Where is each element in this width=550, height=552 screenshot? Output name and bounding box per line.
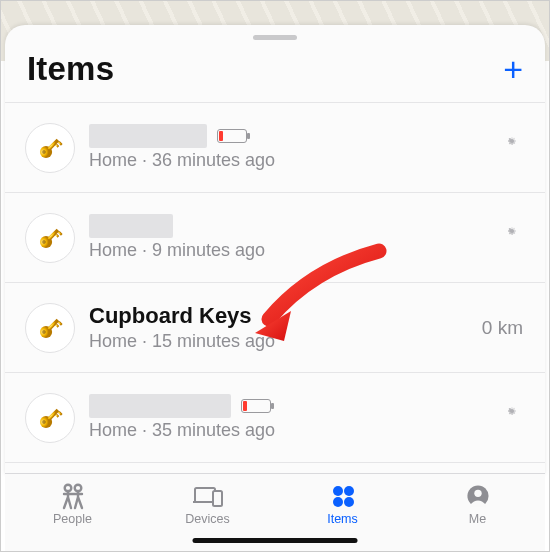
item-body: Home · 35 minutes ago [89, 394, 467, 441]
loading-spinner [501, 227, 523, 249]
item-location: Home [89, 331, 137, 351]
item-distance: 0 km [482, 317, 523, 339]
key-icon [25, 213, 75, 263]
low-battery-icon [241, 399, 271, 413]
tab-me[interactable]: Me [410, 474, 545, 551]
tab-label: Me [469, 512, 486, 526]
key-icon [25, 303, 75, 353]
loading-spinner [501, 137, 523, 159]
item-subtitle: Home · 36 minutes ago [89, 150, 467, 171]
add-item-button[interactable]: + [503, 52, 523, 86]
page-title: Items [27, 50, 114, 88]
item-location: Home [89, 420, 137, 440]
item-trailing: 0 km [467, 317, 523, 339]
devices-icon [191, 482, 225, 510]
low-battery-icon [217, 129, 247, 143]
redacted-name [89, 394, 231, 418]
svg-point-26 [333, 497, 343, 507]
item-trailing [467, 407, 523, 429]
svg-rect-23 [213, 491, 222, 506]
item-subtitle: Home · 15 minutes ago [89, 331, 467, 352]
item-time: 15 minutes ago [152, 331, 275, 351]
items-icon [326, 482, 360, 510]
sheet-grabber[interactable] [253, 35, 297, 40]
item-subtitle: Home · 35 minutes ago [89, 420, 467, 441]
item-row[interactable]: Home · 36 minutes ago [5, 103, 545, 193]
item-name: Cupboard Keys [89, 303, 252, 329]
item-body: Home · 36 minutes ago [89, 124, 467, 171]
item-location: Home [89, 150, 137, 170]
item-trailing [467, 227, 523, 249]
item-row[interactable]: Home · 35 minutes ago [5, 373, 545, 463]
item-row[interactable]: Cupboard KeysHome · 15 minutes ago0 km [5, 283, 545, 373]
item-location: Home [89, 240, 137, 260]
item-row[interactable]: Home · 9 minutes ago [5, 193, 545, 283]
item-body: Home · 9 minutes ago [89, 214, 467, 261]
people-icon [56, 482, 90, 510]
svg-point-25 [344, 486, 354, 496]
person-icon [461, 482, 495, 510]
home-indicator[interactable] [193, 538, 358, 543]
redacted-name [89, 214, 173, 238]
loading-spinner [501, 407, 523, 429]
svg-point-27 [344, 497, 354, 507]
item-time: 36 minutes ago [152, 150, 275, 170]
item-body: Cupboard KeysHome · 15 minutes ago [89, 303, 467, 352]
item-time: 35 minutes ago [152, 420, 275, 440]
tab-label: Devices [185, 512, 229, 526]
svg-point-24 [333, 486, 343, 496]
bottom-sheet: Items + Home · 36 minutes agoHome · 9 mi… [5, 25, 545, 475]
key-icon [25, 123, 75, 173]
item-trailing [467, 137, 523, 159]
tab-label: People [53, 512, 92, 526]
item-subtitle: Home · 9 minutes ago [89, 240, 467, 261]
tab-label: Items [327, 512, 358, 526]
svg-point-29 [474, 490, 481, 497]
items-list: Home · 36 minutes agoHome · 9 minutes ag… [5, 102, 545, 463]
redacted-name [89, 124, 207, 148]
key-icon [25, 393, 75, 443]
item-time: 9 minutes ago [152, 240, 265, 260]
tab-people[interactable]: People [5, 474, 140, 551]
